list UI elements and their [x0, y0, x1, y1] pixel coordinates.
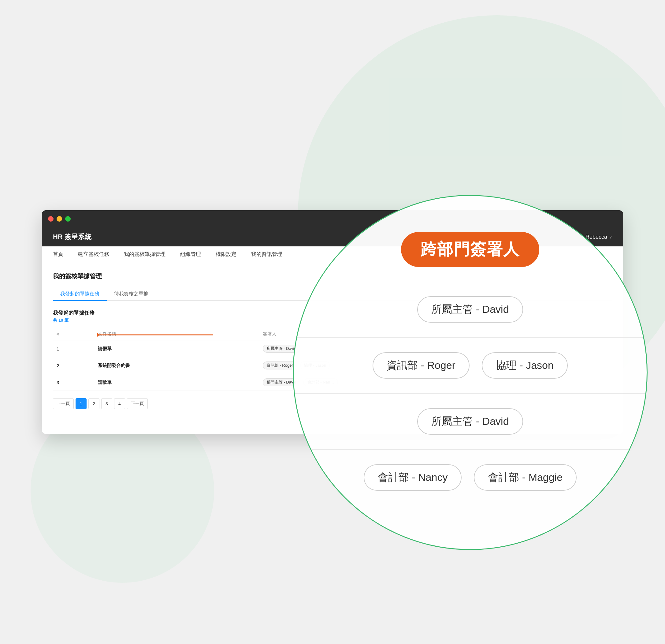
circle-row-2: 資訊部 - Roger 協理 - Jason — [294, 337, 647, 393]
page-1-btn[interactable]: 1 — [76, 398, 87, 409]
col-header-num: # — [53, 328, 94, 341]
chevron-down-icon: ∨ — [609, 235, 612, 239]
circle-signer-tag: 會計部 - Maggie — [474, 464, 576, 491]
circle-row-1: 所屬主管 - David — [294, 281, 647, 337]
pointer-line — [97, 330, 219, 339]
menu-my-info[interactable]: 我的資訊管理 — [251, 251, 282, 258]
signer-tag: 資訊部 - Roger — [263, 362, 297, 369]
page-prev-btn[interactable]: 上一頁 — [53, 398, 74, 409]
circle-content: 所屬主管 - David 資訊部 - Roger 協理 - Jason 所屬主管… — [294, 281, 647, 505]
page-next-btn[interactable]: 下一頁 — [127, 398, 148, 409]
browser-window: HR 簽呈系統 Rebecca ∨ 首頁 建立簽核任務 我的簽核單據管理 組織管… — [42, 210, 623, 434]
callout-badge: 跨部門簽署人 — [401, 232, 539, 267]
doc-name: 系統開發合約書 — [94, 357, 259, 374]
app-brand: HR 簽呈系統 — [53, 232, 92, 241]
circle-signer-tag: 協理 - Jason — [482, 352, 568, 379]
traffic-light-green[interactable] — [65, 216, 71, 222]
tab-pending[interactable]: 待我簽核之單據 — [107, 288, 156, 301]
count-value: 10 — [58, 318, 63, 323]
page-2-btn[interactable]: 2 — [89, 398, 99, 409]
row-num: 2 — [53, 357, 94, 374]
count-label: 共 — [53, 318, 57, 323]
page-3-btn[interactable]: 3 — [101, 398, 112, 409]
menu-permission[interactable]: 權限設定 — [216, 251, 236, 258]
circle-signer-tag: 所屬主管 - David — [417, 408, 523, 435]
menu-create-task[interactable]: 建立簽核任務 — [78, 251, 109, 258]
circle-signer-tag: 資訊部 - Roger — [373, 352, 470, 379]
traffic-light-yellow[interactable] — [57, 216, 62, 222]
circle-signer-tag: 所屬主管 - David — [417, 296, 523, 323]
count-unit: 筆 — [64, 318, 69, 323]
circle-signer-tag: 會計部 - Nancy — [364, 464, 462, 491]
doc-name: 請款單 — [94, 374, 259, 391]
circle-row-4: 會計部 - Nancy 會計部 - Maggie — [294, 449, 647, 505]
callout-circle: 跨部門簽署人 所屬主管 - David 資訊部 - Roger 協理 - Jas… — [293, 195, 648, 550]
doc-name: 請假單 — [94, 341, 259, 357]
menu-home[interactable]: 首頁 — [53, 251, 63, 258]
nav-username: Rebecca — [586, 234, 607, 240]
row-num: 1 — [53, 341, 94, 357]
row-num: 3 — [53, 374, 94, 391]
circle-row-3: 所屬主管 - David — [294, 393, 647, 449]
traffic-light-red[interactable] — [48, 216, 54, 222]
tab-initiated[interactable]: 我發起的單據任務 — [53, 288, 107, 301]
menu-org-mgmt[interactable]: 組織管理 — [180, 251, 201, 258]
menu-my-approval[interactable]: 我的簽核單據管理 — [124, 251, 166, 258]
nav-user[interactable]: Rebecca ∨ — [586, 234, 612, 240]
page-4-btn[interactable]: 4 — [114, 398, 125, 409]
svg-point-1 — [97, 333, 99, 337]
